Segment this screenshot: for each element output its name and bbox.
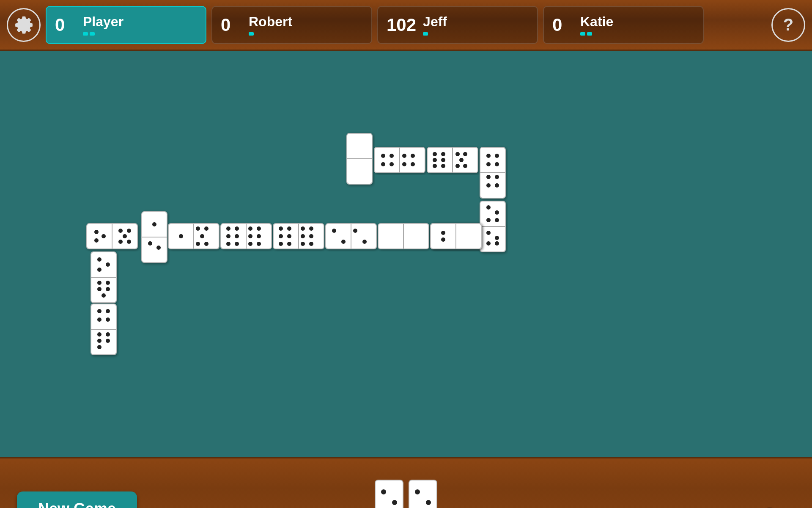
svg-point-54 xyxy=(127,240,131,244)
new-game-button[interactable]: New Game xyxy=(17,491,137,508)
svg-point-131 xyxy=(97,345,102,349)
svg-point-76 xyxy=(248,226,252,231)
player-name-1: Robert xyxy=(249,14,292,30)
svg-point-49 xyxy=(94,238,99,243)
player-name-3: Katie xyxy=(580,14,613,30)
bottom-tray: New Game xyxy=(0,457,812,508)
svg-point-99 xyxy=(341,240,346,244)
player-score-3: 0 xyxy=(552,15,573,35)
player-card-0: 0 Player xyxy=(46,6,206,44)
svg-point-4 xyxy=(381,154,385,158)
svg-point-9 xyxy=(411,154,415,158)
svg-point-115 xyxy=(97,268,102,272)
svg-point-134 xyxy=(381,489,386,494)
player-bars-3 xyxy=(580,32,613,36)
svg-point-52 xyxy=(123,234,127,238)
player-name-0: Player xyxy=(83,14,123,30)
svg-point-89 xyxy=(287,242,291,246)
player-card-2: 102 Jeff xyxy=(377,6,538,44)
svg-point-58 xyxy=(148,241,152,246)
svg-point-62 xyxy=(179,234,183,238)
svg-point-6 xyxy=(381,162,385,166)
svg-point-124 xyxy=(106,309,110,313)
svg-point-127 xyxy=(97,332,102,337)
svg-point-90 xyxy=(301,226,305,231)
svg-point-78 xyxy=(248,234,252,238)
hand-domino-0[interactable] xyxy=(374,479,404,508)
svg-point-113 xyxy=(97,257,102,262)
svg-point-39 xyxy=(486,218,491,222)
svg-point-15 xyxy=(433,158,437,162)
svg-point-24 xyxy=(463,164,467,168)
svg-point-29 xyxy=(486,162,491,166)
svg-point-92 xyxy=(301,234,305,238)
svg-point-139 xyxy=(415,489,420,494)
svg-point-72 xyxy=(226,234,230,238)
svg-point-48 xyxy=(102,234,106,238)
svg-point-85 xyxy=(287,226,291,231)
svg-point-120 xyxy=(102,293,106,298)
player-bars-2 xyxy=(423,32,447,36)
svg-point-114 xyxy=(106,262,110,267)
svg-point-31 xyxy=(486,175,491,179)
svg-point-22 xyxy=(459,158,464,162)
bar xyxy=(83,32,88,36)
svg-point-18 xyxy=(441,158,445,162)
svg-point-10 xyxy=(402,162,406,166)
svg-point-51 xyxy=(127,229,131,233)
player-card-1: 0 Robert xyxy=(211,6,372,44)
bag-icon[interactable]: $ xyxy=(749,496,791,508)
svg-point-91 xyxy=(309,226,313,231)
player-score-2: 102 xyxy=(387,15,416,35)
svg-point-135 xyxy=(392,500,397,505)
player-info-2: Jeff xyxy=(423,14,447,36)
svg-point-63 xyxy=(196,226,200,231)
svg-point-41 xyxy=(486,231,491,235)
svg-point-79 xyxy=(257,234,261,238)
svg-point-11 xyxy=(411,162,415,166)
svg-point-23 xyxy=(455,164,460,168)
svg-point-14 xyxy=(433,152,437,156)
svg-point-75 xyxy=(235,242,239,246)
gear-icon xyxy=(12,13,36,37)
svg-point-42 xyxy=(495,236,499,240)
svg-point-71 xyxy=(235,226,239,231)
svg-point-74 xyxy=(226,242,230,246)
svg-point-32 xyxy=(495,175,499,179)
bar xyxy=(249,32,254,36)
player-info-3: Katie xyxy=(580,14,613,36)
player-name-2: Jeff xyxy=(423,14,447,30)
player-score-1: 0 xyxy=(221,15,242,35)
svg-point-109 xyxy=(441,231,445,235)
svg-point-116 xyxy=(97,281,102,285)
svg-point-34 xyxy=(495,183,499,188)
svg-point-70 xyxy=(226,226,230,231)
svg-point-5 xyxy=(390,154,394,158)
svg-point-28 xyxy=(495,154,499,158)
svg-point-77 xyxy=(257,226,261,231)
svg-point-130 xyxy=(106,339,110,343)
svg-point-88 xyxy=(279,242,283,246)
bar xyxy=(580,32,585,36)
game-area xyxy=(0,51,812,457)
hand-domino-1[interactable] xyxy=(408,479,438,508)
svg-point-84 xyxy=(279,226,283,231)
svg-point-86 xyxy=(279,234,283,238)
svg-point-27 xyxy=(486,154,491,158)
svg-rect-137 xyxy=(409,480,437,508)
svg-point-81 xyxy=(257,242,261,246)
svg-point-43 xyxy=(486,241,491,246)
settings-button[interactable] xyxy=(7,8,41,42)
help-button[interactable]: ? xyxy=(771,8,805,42)
svg-point-87 xyxy=(287,234,291,238)
svg-point-53 xyxy=(118,240,123,244)
svg-point-38 xyxy=(495,210,499,215)
svg-point-126 xyxy=(106,318,110,322)
header: 0 Player 0 Robert 102 Jeff 0 K xyxy=(0,0,812,51)
player-hand xyxy=(374,479,438,508)
svg-point-80 xyxy=(248,242,252,246)
svg-point-65 xyxy=(200,234,204,238)
svg-point-129 xyxy=(97,339,102,343)
svg-point-50 xyxy=(118,229,123,233)
svg-point-33 xyxy=(486,183,491,188)
